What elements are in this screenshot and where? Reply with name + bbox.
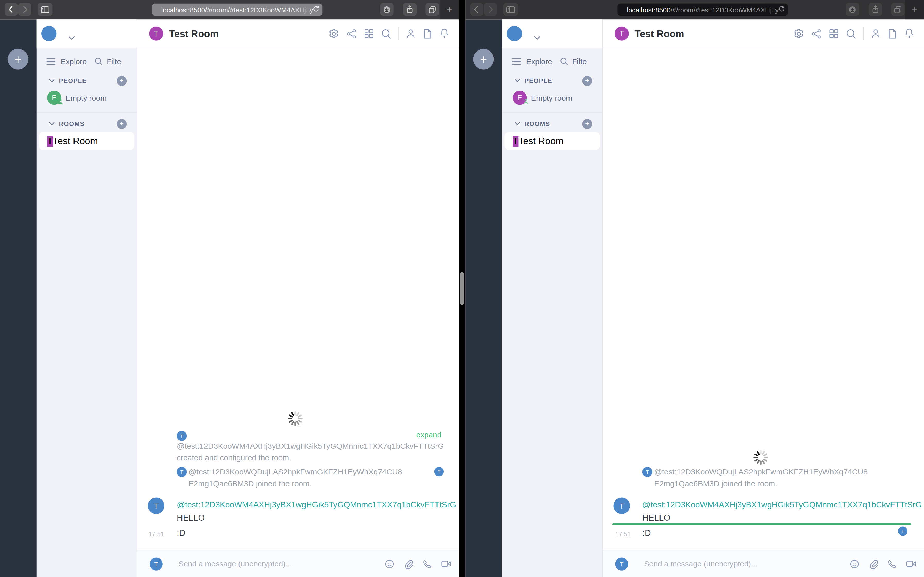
message-input[interactable] — [643, 559, 816, 569]
file-page-icon[interactable] — [423, 28, 433, 39]
room-sidebar: Explore Filte PEOPLE + E Empty room — [502, 19, 603, 577]
chevron-down-icon[interactable] — [68, 32, 75, 42]
user-avatar[interactable] — [507, 26, 522, 41]
back-button[interactable] — [5, 3, 18, 16]
settings-gear-icon[interactable] — [793, 28, 804, 39]
downloads-button[interactable] — [380, 3, 394, 16]
forward-button[interactable] — [18, 3, 31, 16]
downloads-button[interactable] — [846, 3, 859, 16]
reload-icon[interactable] — [778, 5, 785, 14]
call-phone-icon[interactable] — [887, 558, 897, 569]
sidebar-item-empty-room[interactable]: E Empty room — [502, 89, 602, 106]
rooms-section-header[interactable]: ROOMS + — [502, 120, 602, 127]
sidebar-toggle-button[interactable] — [503, 3, 518, 16]
filter-input[interactable]: Filte — [572, 57, 587, 66]
system-message-id: @test:12D3KooWM4AXHj3yBX1wgHGik5TyGQMnmc… — [177, 442, 444, 450]
people-section-header[interactable]: PEOPLE + — [502, 77, 602, 84]
sidebar-item-test-room-selected[interactable]: T Test Room — [504, 132, 600, 150]
add-room-button[interactable]: + — [582, 119, 592, 129]
export-icon — [871, 5, 880, 14]
url-host: localhost:8500 — [162, 6, 205, 13]
chevron-down-icon — [514, 79, 520, 82]
widgets-grid-icon[interactable] — [829, 28, 839, 39]
video-call-icon[interactable] — [441, 559, 452, 569]
app-root: + Explore Filte PEOPLE + — [465, 19, 924, 577]
room-avatar[interactable]: T — [149, 27, 163, 41]
avatar: T — [642, 467, 652, 477]
sidebar-item-empty-room[interactable]: E Empty room — [37, 89, 137, 106]
members-person-icon[interactable] — [871, 28, 881, 39]
attachment-paperclip-icon[interactable] — [868, 558, 879, 569]
share-network-icon[interactable] — [346, 28, 357, 39]
search-icon[interactable] — [381, 28, 392, 39]
message-sender[interactable]: @test:12D3KooWM4AXHj3yBX1wgHGik5TyGQMnmc… — [642, 501, 922, 509]
tabs-icon — [893, 5, 902, 14]
app-root: + Explore Filte PEOPLE + — [0, 19, 459, 577]
add-room-button[interactable]: + — [117, 119, 127, 129]
tab-overview-button[interactable] — [891, 3, 905, 16]
message-timeline[interactable]: T expand @test:12D3KooWM4AXHj3yBX1wgHGik… — [137, 48, 459, 550]
people-section-header[interactable]: PEOPLE + — [37, 77, 137, 84]
new-tab-button[interactable]: + — [439, 0, 459, 19]
members-person-icon[interactable] — [405, 28, 416, 39]
notification-bell-icon[interactable] — [439, 27, 450, 39]
call-phone-icon[interactable] — [422, 558, 433, 569]
expand-link[interactable]: expand — [416, 430, 442, 439]
plus-icon: + — [120, 77, 124, 84]
add-workspace-button[interactable]: + — [473, 49, 494, 69]
system-message-id: @test:12D3KooWQDujLAS2hpkFwmGKFZH1EyWhXq… — [654, 467, 867, 476]
explore-button[interactable]: Explore — [61, 57, 87, 66]
avatar[interactable]: T — [613, 497, 630, 514]
rooms-section-header[interactable]: ROOMS + — [37, 120, 137, 127]
chevron-down-icon[interactable] — [534, 32, 540, 42]
share-button[interactable] — [869, 3, 882, 16]
search-icon[interactable] — [846, 28, 857, 39]
share-button[interactable] — [403, 3, 417, 16]
workspace-strip: + — [0, 19, 37, 577]
message-sender[interactable]: @test:12D3KooWM4AXHj3yBX1wgHGik5TyGQMnmc… — [177, 501, 456, 509]
filter-input[interactable]: Filte — [107, 57, 121, 66]
sidebar-item-test-room-selected[interactable]: T Test Room — [39, 132, 134, 150]
notification-bell-icon[interactable] — [904, 27, 914, 39]
emoji-smiley-icon[interactable] — [849, 558, 860, 569]
message-input[interactable] — [178, 559, 351, 569]
room-header-actions — [793, 19, 915, 48]
add-people-button[interactable]: + — [117, 76, 127, 86]
system-message-action: created and configured the room. — [177, 453, 291, 462]
address-bar[interactable]: localhost:8500/#/room/#test:12D3KooWM4AX… — [617, 3, 788, 16]
url-fade — [759, 3, 775, 16]
attachment-paperclip-icon[interactable] — [403, 558, 414, 569]
emoji-smiley-icon[interactable] — [384, 558, 395, 569]
tab-overview-button[interactable] — [425, 3, 439, 16]
settings-gear-icon[interactable] — [328, 28, 339, 39]
read-receipt-badge: T — [435, 467, 444, 477]
back-button[interactable] — [470, 3, 483, 16]
workspace-strip: + — [465, 19, 502, 577]
system-message-action: E2mg1Qae6BM3D joined the room. — [189, 479, 312, 488]
user-avatar[interactable] — [41, 26, 57, 41]
read-receipt-badge: T — [898, 526, 908, 536]
share-network-icon[interactable] — [811, 28, 822, 39]
file-page-icon[interactable] — [887, 28, 897, 39]
widgets-grid-icon[interactable] — [363, 28, 374, 39]
sidebar-toggle-button[interactable] — [38, 3, 52, 16]
room-avatar[interactable]: T — [615, 27, 629, 41]
video-call-icon[interactable] — [906, 559, 917, 569]
url-fade — [294, 3, 309, 16]
address-bar[interactable]: localhost:8500/#/room/#test:12D3KooWM4AX… — [152, 3, 323, 16]
explore-button[interactable]: Explore — [526, 57, 552, 66]
forward-icon — [486, 5, 494, 14]
new-tab-button[interactable]: + — [905, 0, 924, 19]
scrollbar-thumb[interactable] — [460, 272, 464, 305]
header-divider — [398, 27, 399, 40]
forward-button[interactable] — [484, 3, 497, 16]
browser-toolbar: localhost:8500/#/room/#test:12D3KooWM4AX… — [465, 0, 924, 19]
add-workspace-button[interactable]: + — [8, 49, 28, 69]
avatar[interactable]: T — [148, 497, 165, 514]
reload-icon[interactable] — [312, 5, 320, 14]
message-timeline[interactable]: T @test:12D3KooWQDujLAS2hpkFwmGKFZH1EyWh… — [603, 48, 924, 550]
search-icon — [94, 57, 103, 66]
add-people-button[interactable]: + — [582, 76, 592, 86]
browser-toolbar: localhost:8500/#/room/#test:12D3KooWM4AX… — [0, 0, 459, 19]
room-name: Test Room — [519, 136, 564, 146]
